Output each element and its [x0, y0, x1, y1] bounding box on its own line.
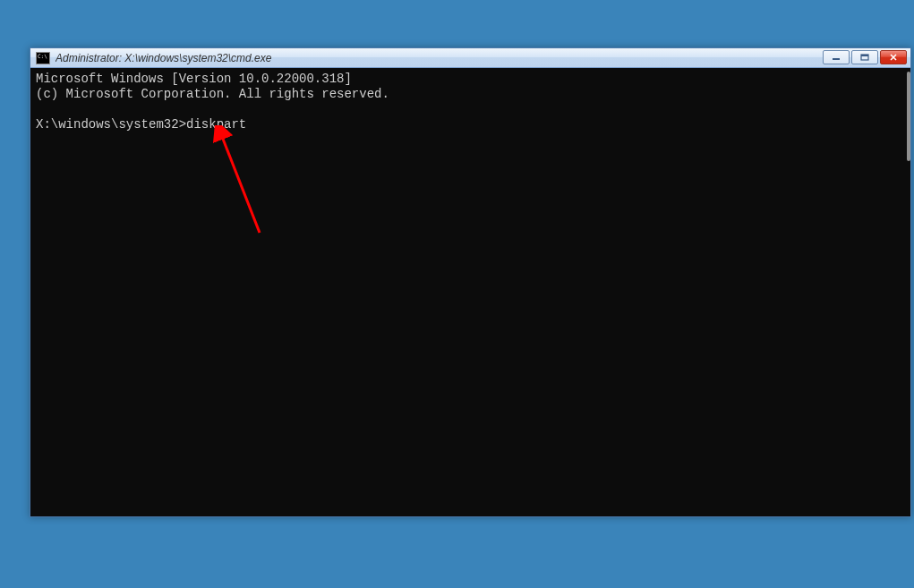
scrollbar-track[interactable]	[906, 68, 910, 516]
svg-rect-0	[833, 58, 840, 60]
maximize-button[interactable]	[851, 50, 878, 64]
cmd-window: Administrator: X:\windows\system32\cmd.e…	[30, 47, 911, 517]
titlebar[interactable]: Administrator: X:\windows\system32\cmd.e…	[30, 48, 910, 68]
minimize-icon	[832, 54, 841, 61]
scrollbar-thumb[interactable]	[907, 72, 910, 161]
command-input[interactable]: diskpart	[186, 117, 246, 132]
cmd-icon	[36, 52, 50, 64]
terminal-output-line: Microsoft Windows [Version 10.0.22000.31…	[36, 72, 905, 87]
close-button[interactable]	[880, 50, 907, 64]
terminal-area[interactable]: Microsoft Windows [Version 10.0.22000.31…	[30, 68, 910, 516]
svg-rect-2	[861, 55, 868, 56]
terminal-output-line: (c) Microsoft Corporation. All rights re…	[36, 87, 905, 102]
terminal-prompt-line: X:\windows\system32>diskpart	[36, 117, 905, 132]
prompt-text: X:\windows\system32>	[36, 117, 186, 132]
close-icon	[889, 54, 898, 61]
minimize-button[interactable]	[823, 50, 850, 64]
window-title: Administrator: X:\windows\system32\cmd.e…	[56, 52, 271, 64]
maximize-icon	[860, 54, 869, 61]
window-controls	[823, 50, 907, 64]
